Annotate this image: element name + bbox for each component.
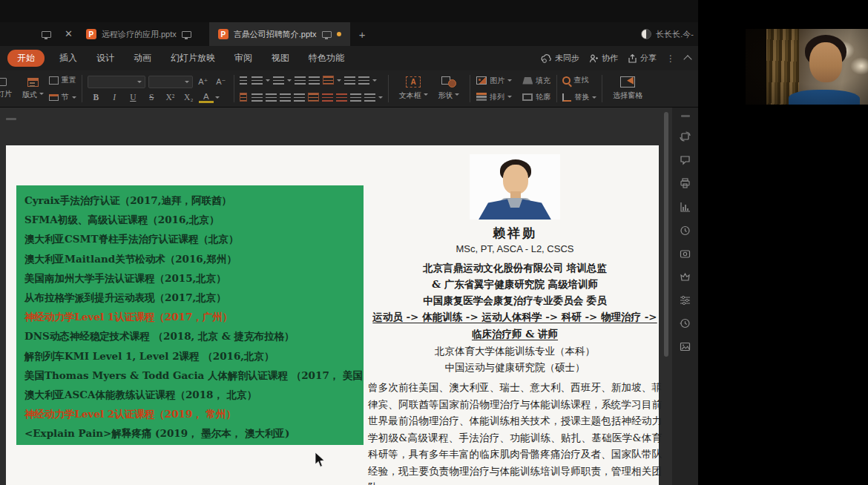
- clear-format-icon[interactable]: [240, 76, 247, 85]
- font-family-select[interactable]: [88, 76, 145, 88]
- slide-panel-handle[interactable]: [6, 118, 16, 120]
- image-icon[interactable]: [679, 341, 691, 352]
- profile-name: 赖祥勋: [368, 226, 662, 240]
- textbox-button[interactable]: A 文本框: [394, 76, 433, 101]
- ribbon-toolbar: 幻灯片 版式 重置 节: [0, 70, 698, 108]
- italic-button[interactable]: I: [106, 93, 123, 102]
- font-color-icon[interactable]: [240, 93, 247, 102]
- present-monitor-icon[interactable]: [182, 31, 191, 38]
- certification-line: 神经动力学Level 2认证课程（2019， 常州）: [24, 404, 364, 423]
- tab-bar: ✕ P 远程诊疗的应用.pptx P 言鼎公司招聘简介.pptx + 长长长.今…: [0, 22, 698, 46]
- slide-switch-icon[interactable]: [679, 131, 691, 142]
- columns-icon[interactable]: [308, 93, 319, 102]
- new-slide-button[interactable]: 幻灯片: [0, 78, 17, 99]
- menu-animation[interactable]: 动画: [129, 50, 156, 67]
- line-spacing-icon[interactable]: [323, 76, 334, 85]
- superscript-button[interactable]: X²: [162, 93, 179, 102]
- text-border-icon[interactable]: [358, 76, 369, 85]
- chart-icon[interactable]: [679, 201, 691, 213]
- workspace: Cyraix手法治疗认证（2017,迪拜，阿联酋）SFMA初级、高级认证课程（2…: [0, 108, 698, 485]
- menu-design[interactable]: 设计: [92, 50, 119, 67]
- vertical-scrollbar[interactable]: [664, 112, 668, 357]
- text-direction-icon[interactable]: [322, 93, 333, 102]
- document-tab-active[interactable]: P 言鼎公司招聘简介.pptx: [209, 22, 350, 46]
- new-tab-button[interactable]: +: [359, 28, 366, 41]
- align-left-icon[interactable]: [251, 93, 263, 102]
- tab-title: 远程诊疗的应用.pptx: [102, 29, 177, 40]
- menu-bar-right: 未同步 协作 分享 ⋮: [541, 53, 691, 64]
- present-monitor-icon[interactable]: [322, 31, 332, 38]
- decrease-font-button[interactable]: A⁻: [214, 77, 228, 87]
- slide-canvas[interactable]: Cyraix手法治疗认证（2017,迪拜，阿联酋）SFMA初级、高级认证课程（2…: [6, 145, 659, 485]
- align-center-icon[interactable]: [266, 93, 277, 102]
- share-button[interactable]: 分享: [628, 53, 657, 64]
- font-size-select[interactable]: [148, 76, 193, 88]
- sync-status-button[interactable]: 未同步: [541, 53, 579, 64]
- outline-button[interactable]: 轮廓: [522, 90, 550, 104]
- menu-review[interactable]: 审阅: [230, 50, 257, 67]
- certification-line: SFMA初级、高级认证课程（2016,北京）: [24, 210, 364, 229]
- shapes-button[interactable]: 形状: [433, 76, 465, 101]
- align-text-icon[interactable]: [336, 93, 347, 102]
- selection-pane-button[interactable]: 选择窗格: [608, 76, 648, 101]
- cloud-sync-icon: [541, 54, 552, 63]
- slide-icon: [0, 78, 7, 86]
- decrease-indent-icon[interactable]: [295, 76, 306, 85]
- underline-button[interactable]: U: [125, 93, 142, 102]
- reset-button[interactable]: 重置: [49, 73, 76, 88]
- collaborate-button[interactable]: 协作: [589, 53, 618, 64]
- char-spacing-icon[interactable]: [344, 76, 355, 85]
- section-button[interactable]: 节: [49, 90, 76, 105]
- side-tool-rail: [672, 108, 698, 485]
- highlight-color-button[interactable]: A: [199, 92, 214, 103]
- picture-button[interactable]: 图片: [476, 73, 512, 88]
- certification-line: 澳大利亚CSMT脊柱手法治疗认证课程（北京）: [24, 229, 364, 248]
- distribute-icon[interactable]: [350, 93, 361, 102]
- bold-button[interactable]: B: [88, 93, 105, 102]
- history-icon[interactable]: [679, 317, 691, 329]
- mouse-cursor: [315, 452, 325, 468]
- arrange-button[interactable]: 排列: [476, 90, 512, 104]
- comment-icon[interactable]: [679, 154, 691, 165]
- paragraph-settings-icon[interactable]: [364, 93, 375, 102]
- menu-view[interactable]: 视图: [267, 50, 294, 67]
- increase-indent-icon[interactable]: [309, 76, 320, 85]
- justify-icon[interactable]: [294, 93, 305, 102]
- fill-button[interactable]: 填充: [522, 73, 550, 88]
- media-icon[interactable]: [679, 248, 691, 260]
- increase-font-button[interactable]: A⁺: [196, 77, 211, 87]
- certification-line: <Explain Pain>解释疼痛 (2019， 墨尔本， 澳大利亚): [24, 423, 364, 443]
- bullet-list-icon[interactable]: [251, 76, 263, 85]
- menu-insert[interactable]: 插入: [55, 50, 82, 67]
- collapse-ribbon-icon[interactable]: [683, 55, 691, 63]
- close-icon[interactable]: ✕: [65, 30, 73, 38]
- subscript-button[interactable]: X₂: [180, 93, 197, 102]
- find-button[interactable]: 查找: [562, 73, 596, 88]
- more-options-icon[interactable]: ⋮: [666, 53, 675, 64]
- tune-icon[interactable]: [679, 294, 691, 306]
- align-right-icon[interactable]: [280, 93, 291, 102]
- rail-handle[interactable]: [681, 115, 690, 117]
- outline-icon: [522, 93, 533, 101]
- profile-textbox[interactable]: 赖祥勋 MSc, PT, ASCA - L2, CSCS 北京言鼎运动文化股份有…: [368, 151, 662, 485]
- account-area[interactable]: 长长长.今-: [641, 29, 694, 40]
- ppt-file-icon: P: [218, 29, 228, 39]
- layout-button[interactable]: 版式: [17, 78, 49, 100]
- menu-slideshow[interactable]: 幻灯片放映: [166, 50, 220, 67]
- paragraph-group: [236, 70, 387, 107]
- menu-home[interactable]: 开始: [7, 50, 45, 67]
- certifications-textbox[interactable]: Cyraix手法治疗认证（2017,迪拜，阿联酋）SFMA初级、高级认证课程（2…: [16, 185, 364, 445]
- document-tab[interactable]: P 远程诊疗的应用.pptx: [77, 22, 200, 46]
- screen: ✕ P 远程诊疗的应用.pptx P 言鼎公司招聘简介.pptx + 长长长.今…: [0, 0, 868, 485]
- wps-presentation-window: ✕ P 远程诊疗的应用.pptx P 言鼎公司招聘简介.pptx + 长长长.今…: [0, 0, 698, 485]
- replace-button[interactable]: 替换: [562, 90, 596, 105]
- timer-icon[interactable]: [679, 225, 691, 237]
- menu-special-features[interactable]: 特色功能: [304, 50, 349, 67]
- strikethrough-button[interactable]: S: [143, 93, 160, 102]
- print-icon[interactable]: [679, 177, 691, 189]
- arrange-icon: [476, 93, 487, 101]
- present-monitor-icon[interactable]: [42, 31, 51, 38]
- crown-icon[interactable]: [679, 271, 691, 283]
- numbered-list-icon[interactable]: [273, 76, 284, 85]
- slides-group: 幻灯片 版式 重置 节: [0, 70, 80, 107]
